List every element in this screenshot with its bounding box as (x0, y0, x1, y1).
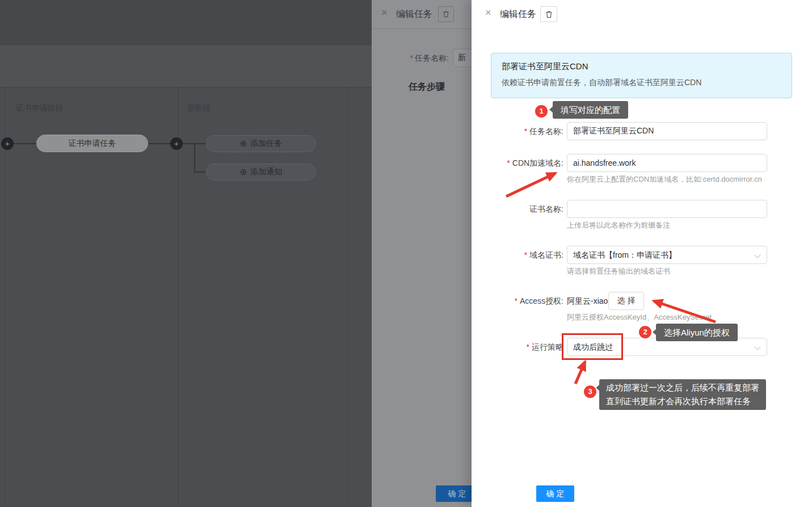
trash-icon (545, 10, 553, 19)
domain-cert-hint: 请选择前置任务输出的域名证书 (567, 266, 670, 276)
required-mark: * (515, 296, 518, 305)
run-strategy-label: *运行策略 (472, 338, 563, 356)
stage-title-text: 证书申请阶段 (16, 103, 64, 114)
access-auth-select-button[interactable]: 选 择 (608, 292, 644, 310)
plugin-info-box: 部署证书至阿里云CDN 依赖证书申请前置任务，自动部署域名证书至阿里云CDN (491, 53, 792, 98)
required-mark: * (524, 127, 527, 136)
connector-line (148, 143, 171, 144)
add-notification-label: 添加通知 (250, 167, 282, 177)
stage-title-cert-request: 证书申请阶段 (16, 103, 74, 114)
drawer-title: 编辑任务 (500, 9, 536, 20)
access-auth-hint: 阿里云授权AccessKeyId、AccessKeySecret (567, 312, 712, 322)
add-task-label: 添加任务 (250, 139, 282, 149)
access-auth-value: 阿里云-xiao (567, 292, 608, 310)
close-icon[interactable]: × (381, 7, 388, 19)
required-mark: * (527, 342, 529, 351)
plugin-info-description: 依赖证书申请前置任务，自动部署域名证书至阿里云CDN (502, 78, 781, 88)
cdn-domain-input[interactable] (567, 154, 767, 172)
task-name-label: *任务名称: (372, 49, 449, 67)
domain-cert-select[interactable]: 域名证书【from：申请证书】 (567, 246, 767, 264)
confirm-button-background[interactable]: 确 定 (436, 485, 472, 502)
add-notification-button[interactable]: ⊕ 添加通知 (206, 164, 316, 181)
task-name-label: *任务名称: (472, 122, 563, 140)
connector-line (14, 143, 36, 144)
run-strategy-select[interactable]: 成功后跳过 (567, 338, 767, 356)
task-name-input[interactable] (453, 49, 472, 67)
task-node-cert-request[interactable]: 证书申请任务 (36, 135, 148, 152)
edit-pencil-icon[interactable] (67, 105, 74, 112)
chevron-down-icon (754, 343, 760, 350)
cdn-domain-hint: 你在阿里云上配置的CDN加速域名，比如:certd.docmirror.cn (567, 174, 762, 185)
stage-divider-1 (5, 87, 5, 507)
required-mark: * (524, 250, 527, 259)
required-mark: * (410, 53, 413, 62)
connector-line (194, 171, 206, 173)
required-mark: * (507, 158, 510, 167)
edit-task-drawer: × 编辑任务 部署证书至阿里云CDN 依赖证书申请前置任务，自动部署域名证书至阿… (472, 0, 812, 507)
add-task-button[interactable]: ⊕ 添加任务 (206, 135, 316, 152)
cdn-domain-label: *CDN加速域名: (472, 154, 563, 172)
trash-icon (442, 10, 450, 18)
domain-cert-label: *域名证书: (472, 246, 563, 264)
cert-name-input[interactable] (567, 200, 767, 218)
stage-divider-3 (347, 87, 348, 507)
task-steps-heading: 任务步骤 (409, 81, 445, 93)
stage-divider-2 (178, 87, 178, 507)
drawer-title: 编辑任务 (396, 9, 432, 20)
delete-task-button[interactable] (438, 6, 454, 22)
add-stage-before-button[interactable]: + (1, 137, 14, 150)
background-edit-task-drawer: × 编辑任务 *任务名称: 任务步骤 确 定 (372, 0, 472, 507)
delete-task-button[interactable] (540, 6, 557, 22)
close-icon[interactable]: × (485, 7, 491, 19)
domain-cert-value: 域名证书【from：申请证书】 (573, 250, 676, 259)
chevron-down-icon (754, 252, 760, 258)
add-stage-after-button[interactable]: + (170, 137, 183, 150)
plus-circle-icon: ⊕ (240, 139, 247, 149)
plugin-info-title: 部署证书至阿里云CDN (502, 61, 781, 72)
stage-title-text: 新阶段 (187, 103, 211, 114)
screen: 证书申请阶段 新阶段 + 证书申请任务 + ⊕ 添加任务 ⊕ 添加通知 × 编辑… (0, 0, 812, 507)
cert-name-hint: 上传后将以此名称作为前缀备注 (567, 220, 670, 231)
task-name-input[interactable] (567, 122, 767, 140)
run-strategy-value: 成功后跳过 (573, 342, 613, 351)
stage-title-new-stage: 新阶段 (187, 103, 211, 114)
access-auth-label: *Access授权: (472, 292, 563, 310)
plus-circle-icon: ⊕ (240, 167, 247, 177)
cert-name-label: 证书名称: (472, 200, 563, 218)
drawer-header-divider (372, 28, 472, 29)
connector-line (194, 143, 195, 173)
confirm-button[interactable]: 确 定 (536, 485, 574, 502)
